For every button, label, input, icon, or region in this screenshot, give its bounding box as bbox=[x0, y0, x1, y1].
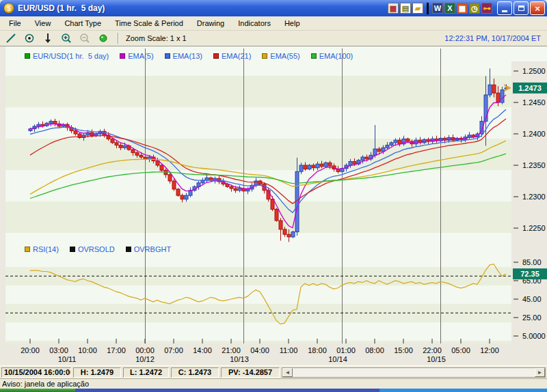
svg-text:85.00: 85.00 bbox=[522, 258, 542, 266]
svg-text:14:00: 14:00 bbox=[193, 346, 212, 354]
start-button-edge[interactable] bbox=[0, 389, 75, 392]
statusbar-scrollbar[interactable]: ◄► bbox=[282, 367, 546, 378]
svg-text:45.00: 45.00 bbox=[522, 295, 542, 303]
svg-text:1.2450: 1.2450 bbox=[522, 98, 546, 107]
menu-item-view[interactable]: View bbox=[28, 17, 58, 29]
svg-text:00:00: 00:00 bbox=[135, 346, 155, 354]
legend-item-ema-100[interactable]: EMA(100) bbox=[311, 52, 353, 60]
svg-text:10/15: 10/15 bbox=[427, 355, 446, 363]
window-title: EUR/USD (1 hr. 5 day) bbox=[18, 3, 105, 13]
legend-item-ema-55[interactable]: EMA(55) bbox=[262, 52, 299, 60]
legend-swatch bbox=[120, 53, 125, 59]
clock-icon[interactable]: ◷ bbox=[469, 3, 480, 14]
schedule-icon[interactable]: ▦ bbox=[457, 3, 468, 14]
excel-icon[interactable]: X bbox=[444, 3, 455, 14]
legend-label: EMA(100) bbox=[319, 52, 353, 60]
snapshot-button[interactable] bbox=[96, 32, 110, 44]
svg-text:10:00: 10:00 bbox=[78, 346, 97, 354]
taskbar-edge-right bbox=[379, 389, 547, 392]
crosshair-icon bbox=[23, 32, 36, 44]
app-icon: $ bbox=[3, 3, 14, 14]
price-chart-svg[interactable]: 1.25001.24501.24001.23501.23001.225085.0… bbox=[0, 46, 547, 365]
svg-text:21:00: 21:00 bbox=[222, 346, 241, 354]
taskbar-edge bbox=[0, 389, 547, 392]
legend-swatch bbox=[213, 53, 219, 59]
aviso-text: Aviso: janela de aplicação bbox=[2, 380, 89, 388]
down-arrow-tool-button[interactable] bbox=[41, 32, 55, 44]
statusbar-cell-pivot: PV: -14.2857 bbox=[221, 367, 280, 378]
office-grid-icon[interactable]: ▦ bbox=[388, 3, 399, 14]
zoom-in-button[interactable] bbox=[59, 32, 73, 44]
toolbar: Zoom Scale: 1 x 1 12:22:31 PM, 10/17/200… bbox=[0, 31, 547, 46]
word-icon[interactable]: W bbox=[432, 3, 443, 14]
menu-item-chart-type[interactable]: Chart Type bbox=[57, 17, 108, 29]
scroll-left-button[interactable]: ◄ bbox=[282, 368, 293, 377]
rsi-value-badge: 72.35 bbox=[513, 268, 547, 279]
open-folder-icon[interactable]: ▰ bbox=[412, 3, 423, 14]
svg-text:10/12: 10/12 bbox=[135, 355, 155, 363]
svg-text:72.35: 72.35 bbox=[520, 270, 539, 278]
titlebar[interactable]: $ EUR/USD (1 hr. 5 day) ▦▤▰WX▦◷⊶ × bbox=[0, 0, 547, 16]
svg-text:07:00: 07:00 bbox=[164, 346, 183, 354]
legend-item-ema-5[interactable]: EMA(5) bbox=[120, 52, 153, 60]
line-tool-button[interactable] bbox=[4, 32, 18, 44]
zoom-in-icon bbox=[60, 32, 72, 44]
legend-item-eur-usd-1-hr-5-day[interactable]: EUR/USD(1 hr. 5 day) bbox=[25, 52, 109, 60]
legend-label: RSI(14) bbox=[33, 245, 59, 253]
restore-button[interactable] bbox=[513, 1, 529, 15]
legend-swatch bbox=[70, 247, 75, 252]
svg-text:25.00: 25.00 bbox=[522, 313, 542, 322]
legend-swatch bbox=[126, 247, 131, 252]
legend-item-ema-21[interactable]: EMA(21) bbox=[213, 52, 251, 60]
taskbar-task-edge bbox=[75, 389, 379, 392]
svg-text:1.2350: 1.2350 bbox=[522, 161, 546, 169]
legend-label: EMA(21) bbox=[222, 52, 251, 60]
legend-item-ema-13[interactable]: EMA(13) bbox=[165, 52, 202, 60]
svg-text:1.2473: 1.2473 bbox=[518, 84, 542, 92]
svg-text:10/11: 10/11 bbox=[58, 355, 77, 363]
svg-text:1.2500: 1.2500 bbox=[522, 67, 546, 75]
svg-text:10/13: 10/13 bbox=[230, 355, 249, 363]
line-tool-icon bbox=[5, 32, 17, 44]
svg-text:04:00: 04:00 bbox=[250, 346, 269, 354]
menu-item-help[interactable]: Help bbox=[278, 17, 307, 29]
legend-item-ovrsold[interactable]: OVRSOLD bbox=[70, 245, 115, 253]
close-button[interactable]: × bbox=[530, 1, 545, 15]
menu-item-drawing[interactable]: Drawing bbox=[190, 17, 231, 29]
minimize-button[interactable] bbox=[497, 1, 512, 15]
legend-swatch bbox=[25, 247, 30, 252]
statusbar-cell-low: L: 1.2472 bbox=[123, 367, 169, 378]
svg-text:12:00: 12:00 bbox=[480, 346, 499, 354]
chart-area[interactable]: 1.25001.24501.24001.23501.23001.225085.0… bbox=[0, 46, 547, 365]
legend-label: OVRBGHT bbox=[134, 245, 171, 253]
notes-icon[interactable]: ▤ bbox=[400, 3, 411, 14]
zoom-out-icon bbox=[79, 32, 91, 44]
scroll-right-button[interactable]: ► bbox=[535, 368, 545, 377]
tray-separator bbox=[427, 3, 429, 14]
zoom-out-button[interactable] bbox=[78, 32, 92, 44]
minimize-icon bbox=[502, 10, 507, 12]
svg-text:08:00: 08:00 bbox=[365, 346, 384, 354]
menu-item-time-scale-period[interactable]: Time Scale & Period bbox=[108, 17, 190, 29]
status-bar: 10/15/2004 16:00:00H: 1.2479L: 1.2472C: … bbox=[0, 365, 547, 378]
scroll-track[interactable] bbox=[293, 368, 535, 377]
restore-icon bbox=[518, 5, 524, 11]
legend-item-ovrbght[interactable]: OVRBGHT bbox=[126, 245, 171, 253]
svg-text:18:00: 18:00 bbox=[308, 346, 327, 354]
server-clock: 12:22:31 PM, 10/17/2004 ET bbox=[444, 34, 543, 42]
svg-text:03:00: 03:00 bbox=[49, 346, 68, 354]
window-buttons: × bbox=[497, 1, 545, 15]
accessibility-overlay-label: Aviso: janela de aplicação bbox=[0, 378, 547, 389]
svg-text:01:00: 01:00 bbox=[336, 346, 356, 354]
legend-swatch bbox=[311, 53, 317, 59]
legend-item-rsi-14[interactable]: RSI(14) bbox=[25, 245, 59, 253]
menu-item-indicators[interactable]: Indicators bbox=[231, 17, 278, 29]
key-icon[interactable]: ⊶ bbox=[481, 3, 492, 14]
crosshair-tool-button[interactable] bbox=[23, 32, 36, 44]
menu-item-file[interactable]: File bbox=[2, 17, 28, 29]
legend-label: EMA(13) bbox=[173, 52, 202, 60]
rsi-legend: RSI(14)OVRSOLDOVRBGHT bbox=[25, 245, 171, 253]
zoom-scale-label: Zoom Scale: 1 x 1 bbox=[126, 34, 187, 42]
down-arrow-icon bbox=[42, 32, 54, 44]
last-price-badge: 1.2473 bbox=[513, 83, 547, 94]
